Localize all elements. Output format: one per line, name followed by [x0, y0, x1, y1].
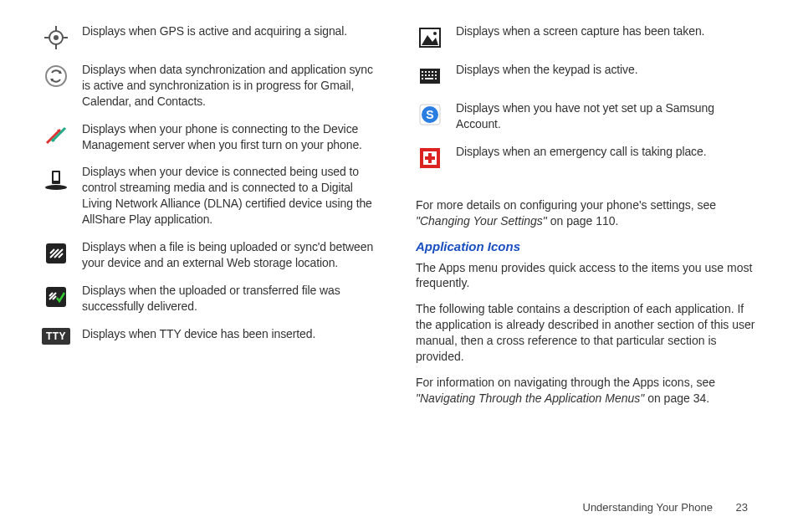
svg-rect-32	[422, 78, 423, 79]
svg-rect-27	[422, 74, 423, 76]
table-row: Displays when a file is being uploaded o…	[42, 239, 382, 271]
svg-rect-41	[425, 156, 435, 160]
icon-description: Displays when a file is being uploaded o…	[82, 239, 382, 271]
tty-icon: TTY	[42, 326, 70, 345]
page-number: 23	[736, 501, 748, 514]
emergency-icon	[416, 144, 444, 171]
nav-info-text: For information on navigating through th…	[416, 375, 756, 407]
more-details-text: For more details on configuring your pho…	[416, 197, 756, 229]
left-column: Displays when GPS is active and acquirin…	[42, 23, 382, 417]
svg-point-6	[46, 66, 66, 86]
svg-point-13	[45, 185, 67, 190]
icon-description: Displays when the uploaded or transferre…	[82, 283, 382, 315]
svg-rect-23	[425, 71, 427, 73]
table-row: Displays when the keypad is active.	[416, 62, 756, 89]
svg-rect-28	[425, 74, 427, 76]
screen-capture-icon	[416, 23, 444, 50]
svg-rect-24	[428, 71, 430, 73]
dlna-icon	[42, 164, 70, 191]
svg-rect-29	[428, 74, 430, 76]
svg-point-1	[54, 35, 59, 40]
svg-point-20	[433, 32, 437, 35]
svg-rect-22	[422, 71, 423, 73]
section-heading: Application Icons	[416, 239, 756, 253]
table-row: Displays when your phone is connecting t…	[42, 121, 382, 153]
table-row: Displays when the uploaded or transferre…	[42, 283, 382, 315]
svg-rect-25	[432, 71, 433, 73]
upload-icon	[42, 239, 70, 266]
cross-reference: "Navigating Through the Application Menu…	[416, 391, 644, 405]
icon-description: Displays when TTY device has been insert…	[82, 326, 315, 342]
keypad-icon	[416, 62, 444, 89]
icon-description: Displays when your device is connected b…	[82, 164, 382, 228]
table-row: TTY Displays when TTY device has been in…	[42, 326, 382, 345]
page-footer: Understanding Your Phone 23	[583, 501, 749, 514]
icon-description: Displays when GPS is active and acquirin…	[82, 23, 347, 39]
icon-description: Displays when a screen capture has been …	[456, 23, 704, 39]
cross-reference: "Changing Your Settings"	[416, 214, 547, 228]
svg-rect-16	[46, 243, 66, 263]
table-row: Displays when GPS is active and acquirin…	[42, 23, 382, 50]
table-row: Displays when an emergency call is takin…	[416, 144, 756, 171]
device-management-icon	[42, 121, 70, 148]
body-paragraph: The Apps menu provides quick access to t…	[416, 260, 756, 292]
svg-rect-34	[435, 78, 437, 79]
samsung-account-icon: S	[416, 100, 444, 127]
icon-description: Displays when your phone is connecting t…	[82, 121, 382, 153]
svg-rect-15	[54, 172, 59, 181]
right-column: Displays when a screen capture has been …	[416, 23, 756, 417]
svg-rect-30	[432, 74, 433, 76]
svg-text:S: S	[426, 108, 433, 121]
svg-rect-31	[435, 74, 437, 76]
gps-icon	[42, 23, 70, 50]
body-paragraph: The following table contains a descripti…	[416, 301, 756, 365]
svg-rect-33	[425, 78, 433, 79]
icon-description: Displays when the keypad is active.	[456, 62, 638, 78]
table-row: Displays when your device is connected b…	[42, 164, 382, 228]
upload-success-icon	[42, 283, 70, 309]
table-row: Displays when a screen capture has been …	[416, 23, 756, 50]
icon-description: Displays when you have not yet set up a …	[456, 100, 756, 132]
svg-rect-26	[435, 71, 437, 73]
table-row: S Displays when you have not yet set up …	[416, 100, 756, 132]
section-name: Understanding Your Phone	[583, 501, 713, 514]
icon-description: Displays when an emergency call is takin…	[456, 144, 706, 160]
icon-description: Displays when data synchronization and a…	[82, 62, 382, 110]
sync-icon	[42, 62, 70, 89]
table-row: Displays when data synchronization and a…	[42, 62, 382, 110]
